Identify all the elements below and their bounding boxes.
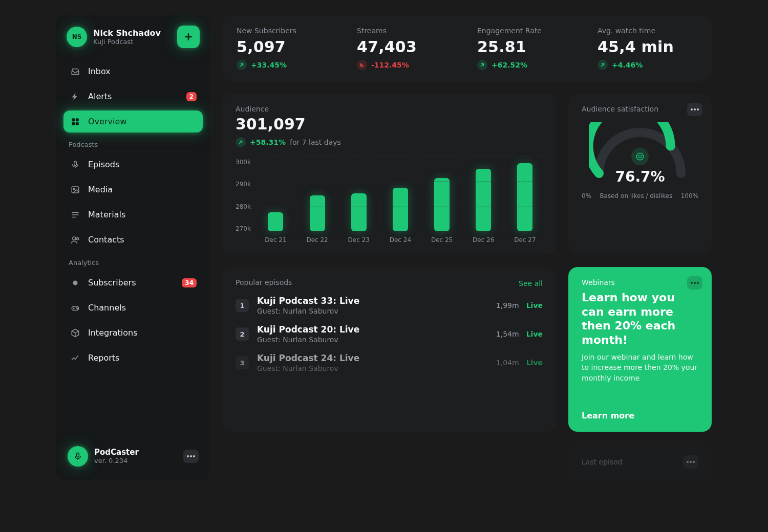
last-episode-card: Last episod (568, 444, 712, 480)
sidebar-item-episods[interactable]: Episods (63, 153, 203, 175)
episode-meta: Kuji Podcast 20: LiveGuest: Nurlan Sabur… (257, 324, 359, 344)
episode-subtitle: Guest: Nurlan Saburov (257, 364, 359, 372)
sidebar-item-alerts[interactable]: Alerts 2 (63, 85, 203, 107)
stat-value: 45,4 min (598, 38, 697, 56)
arrow-down-icon (357, 60, 367, 70)
episode-row[interactable]: 3Kuji Podcast 24: LiveGuest: Nurlan Sabu… (236, 353, 543, 372)
svg-rect-2 (72, 122, 75, 125)
svg-point-26 (687, 461, 689, 463)
satisfaction-more-button[interactable] (687, 103, 702, 116)
svg-point-15 (190, 455, 192, 457)
satisfaction-card: Audience satisfaction 76.7% 0% Ba (568, 94, 712, 255)
dots-icon (187, 455, 195, 457)
popular-episodes-card: Popular episods See all 1Kuji Podcast 33… (222, 267, 556, 432)
list-icon (70, 210, 81, 219)
card-title: Popular episods (236, 278, 292, 286)
y-tick: 280k (236, 203, 251, 210)
see-all-link[interactable]: See all (519, 279, 543, 287)
plus-icon (183, 32, 194, 42)
promo-cta[interactable]: Learn more (582, 411, 698, 420)
sidebar-item-label: Subscribers (88, 278, 136, 287)
svg-rect-3 (76, 122, 79, 125)
svg-rect-5 (72, 187, 79, 193)
sidebar-item-label: Alerts (88, 92, 112, 101)
y-tick: 300k (236, 159, 251, 166)
sidebar-item-subscribers[interactable]: Subscribers 34 (63, 272, 203, 294)
promo-eyebrow: Webinars (582, 278, 698, 286)
arrow-up-icon (598, 60, 608, 70)
alerts-badge: 2 (186, 92, 197, 101)
mic-icon (73, 452, 82, 461)
bar (517, 163, 532, 231)
box-icon (70, 328, 81, 338)
promo-more-button[interactable] (687, 276, 702, 290)
dots-icon (687, 461, 695, 463)
x-tick: Dec 21 (265, 236, 286, 243)
profile-names: Nick Shchadov KuJi Podcast (93, 28, 171, 46)
episode-views: 1,54m (496, 330, 519, 338)
stat-delta: -112.45% (357, 60, 457, 70)
svg-rect-0 (72, 118, 75, 121)
svg-rect-4 (74, 161, 77, 165)
chart-bar: Dec 26 (470, 169, 497, 243)
episode-views: 1,99m (496, 301, 519, 309)
gauge-legend: 0% Based on likes / dislikes 100% (582, 192, 698, 199)
new-button[interactable] (177, 26, 200, 48)
svg-rect-13 (77, 453, 79, 457)
chart-bar: Dec 24 (387, 188, 414, 243)
subscribers-badge: 34 (182, 278, 197, 287)
stat-value: 25.81 (477, 38, 577, 56)
image-icon (70, 185, 81, 194)
stat-label: Streams (357, 27, 457, 35)
episode-subtitle: Guest: Nurlan Saburov (257, 336, 359, 344)
sidebar-item-materials[interactable]: Materials (63, 204, 203, 226)
arrow-up-icon (477, 60, 487, 70)
card-title: Audience (236, 105, 543, 113)
profile-name: Nick Shchadov (93, 28, 171, 38)
stat-delta-value: -112.45% (371, 61, 409, 69)
bar (268, 212, 283, 231)
audience-delta-value: +58.31% (250, 138, 286, 146)
bar (310, 195, 325, 231)
card-title: Audience satisfaction (582, 105, 698, 113)
sidebar-item-inbox[interactable]: Inbox (63, 60, 203, 82)
stat-delta: +33.45% (237, 60, 336, 70)
episode-status: Live (526, 359, 543, 367)
stat-delta: +4.46% (598, 60, 697, 70)
dots-icon (691, 108, 699, 110)
sidebar-item-label: Materials (88, 210, 125, 219)
footer-more-button[interactable] (183, 450, 199, 463)
stats-bar: New Subscribers5,097+33.45%Streams47,403… (222, 15, 712, 81)
sidebar-item-media[interactable]: Media (63, 179, 203, 201)
svg-point-6 (73, 188, 75, 190)
profile[interactable]: NS Nick Shchadov KuJi Podcast (63, 24, 203, 53)
arrow-up-icon (236, 137, 246, 147)
sidebar-item-label: Media (88, 185, 113, 194)
sidebar-item-integrations[interactable]: Integrations (63, 322, 203, 344)
episode-row[interactable]: 2Kuji Podcast 20: LiveGuest: Nurlan Sabu… (236, 324, 543, 344)
main-content: New Subscribers5,097+33.45%Streams47,403… (222, 15, 712, 480)
stat-delta-value: +33.45% (251, 61, 287, 69)
bar (351, 193, 367, 231)
promo-body: Join our webinar and learn how to increa… (582, 352, 698, 383)
chart-bar: Dec 27 (511, 163, 539, 243)
svg-point-22 (641, 156, 642, 157)
gauge-legend-mid: Based on likes / dislikes (600, 192, 672, 199)
sidebar-item-reports[interactable]: Reports (63, 347, 203, 369)
episode-row[interactable]: 1Kuji Podcast 33: LiveGuest: Nurlan Sabu… (236, 296, 543, 315)
episode-rank: 2 (236, 327, 249, 341)
last-episode-more-button[interactable] (683, 455, 698, 469)
sidebar-item-label: Integrations (88, 328, 138, 338)
audience-card: Audience 301,097 +58.31% for 7 last days… (222, 94, 556, 255)
people-icon (70, 235, 81, 245)
nav-section-podcasts: Podcasts (63, 136, 203, 150)
sidebar-item-channels[interactable]: Channels (63, 297, 203, 319)
audience-delta: +58.31% for 7 last days (236, 137, 543, 147)
sidebar-item-overview[interactable]: Overview (63, 110, 203, 132)
app-logo (68, 446, 88, 467)
app-meta: PodCaster ver. 0.234 (94, 448, 139, 464)
chart-bar: Dec 21 (262, 212, 289, 243)
sidebar-item-contacts[interactable]: Contacts (63, 229, 203, 251)
dashboard-grid: Audience 301,097 +58.31% for 7 last days… (222, 94, 712, 480)
nav-section-analytics: Analytics (63, 254, 203, 269)
